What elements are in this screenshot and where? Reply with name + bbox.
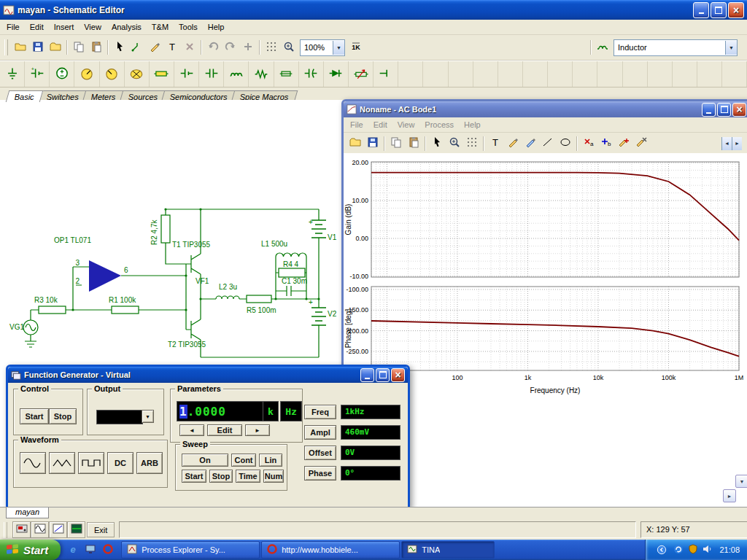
close-button[interactable] [732,103,746,117]
menu-insert[interactable]: Insert [49,21,80,33]
hide-icons-chevron-icon[interactable] [654,542,669,557]
maximize-button[interactable] [711,2,727,18]
grid-button[interactable] [463,135,481,152]
palette-inductor[interactable] [224,61,249,87]
coil-button[interactable] [594,39,611,56]
task-button-2[interactable]: http://www.hobbiele... [261,541,400,559]
cursor-button[interactable] [428,135,446,152]
quicklaunch-ie-button[interactable]: e [66,542,80,557]
scroll-right-icon[interactable]: ► [723,489,736,502]
quicklaunch-opera-button[interactable] [101,542,115,557]
sweep-on-button[interactable]: On [182,454,228,467]
menu-edit[interactable]: Edit [25,21,49,33]
minimize-button[interactable] [360,368,374,382]
paste-button[interactable] [405,135,422,152]
tray-shield-icon[interactable] [687,543,699,556]
cursor-button[interactable] [111,39,128,56]
waveform-square-button[interactable] [78,452,104,474]
palette-fuse[interactable] [274,61,299,87]
menu-analysis[interactable]: Analysis [107,21,147,33]
menu-view[interactable]: View [392,119,420,131]
increment-button[interactable]: ► [245,424,270,436]
palette-pin[interactable] [374,61,398,87]
minimize-button[interactable] [702,103,716,117]
menu-file[interactable]: File [345,119,368,131]
toolbar-grip[interactable] [4,522,7,538]
menu-file[interactable]: File [1,21,25,33]
wire-button[interactable] [128,39,146,56]
palette-cell[interactable] [174,61,199,87]
start-button[interactable]: Start [20,408,49,424]
waveform-dc-button[interactable]: DC [107,452,133,474]
palette-zigzag[interactable] [249,61,274,87]
spin-right-icon[interactable]: ► [732,137,742,150]
text-button[interactable]: T [163,39,181,56]
plus-button[interactable] [239,39,257,56]
edit-button[interactable]: Edit [207,424,242,436]
close-button[interactable] [728,2,744,18]
maximize-button[interactable] [376,368,390,382]
folder-button[interactable] [347,135,364,152]
delete-button[interactable] [181,39,198,56]
offset-button[interactable]: Offset [304,446,336,460]
line-button[interactable] [539,135,557,152]
palette-meter2[interactable] [100,61,125,87]
text-button[interactable]: T [487,135,504,152]
palette-cappol[interactable] [299,61,324,87]
save-button[interactable] [364,135,382,152]
bode-titlebar[interactable]: Noname - AC Bode1 [344,101,747,117]
spin-left-icon[interactable]: ◄ [721,137,732,150]
ellipse-button[interactable] [557,135,574,152]
waveform-triangle-button[interactable] [49,452,75,474]
tray-volume-icon[interactable] [702,543,713,556]
zoom-in-button[interactable] [280,39,298,56]
chevron-down-icon[interactable]: ▼ [333,41,344,55]
pen-plus-button[interactable] [615,135,632,152]
palette-resistor[interactable] [150,61,174,87]
menu-tools[interactable]: Tools [174,21,203,33]
pen-button[interactable] [504,135,522,152]
scale-button[interactable]: 1K [347,39,365,56]
palette-lamp[interactable] [125,61,150,87]
start-button[interactable]: Start [0,540,61,560]
menu-process[interactable]: Process [419,119,459,131]
main-titlebar[interactable]: mayan - Schematic Editor [0,0,747,20]
tab-basic[interactable]: Basic [6,90,43,102]
marker-b-button[interactable]: b [597,135,615,152]
fg-titlebar[interactable]: Function Generator - Virtual [8,367,408,383]
task-button-1[interactable]: Process Explorer - Sy... [121,541,260,559]
toolbar-grip[interactable] [4,39,8,55]
meter-tool-button[interactable] [12,521,31,538]
pen-x-button[interactable] [632,135,650,152]
chevron-down-icon[interactable]: ▼ [725,41,737,55]
task-button-3[interactable]: TINA [401,541,495,559]
component-combo[interactable]: Inductor ▼ [614,39,738,56]
waveform-arb-button[interactable]: ARB [136,452,163,474]
copy-button[interactable] [70,39,88,56]
freq-button[interactable]: Freq [304,405,336,419]
exit-button[interactable]: Exit [87,522,115,537]
folder-button[interactable] [47,39,64,56]
paste-button[interactable] [88,39,105,56]
zoom-in-button[interactable] [446,135,463,152]
output-dropdown-button[interactable]: ▼ [142,410,154,423]
copy-button[interactable] [387,135,405,152]
sweep-cont-button[interactable]: Cont [231,454,256,467]
xy-tool-button[interactable] [49,521,67,538]
scroll-down-icon[interactable]: ▼ [735,475,747,488]
palette-diode[interactable] [324,61,349,87]
palette-ground[interactable] [0,61,25,87]
ampl-button[interactable]: Ampl [304,425,336,440]
wave-tool-button[interactable] [31,521,49,538]
palette-battery[interactable]: + [25,61,50,87]
sweep-start-button[interactable]: Start [182,470,206,483]
grid-button[interactable] [263,39,280,56]
sweep-time-button[interactable]: Time [236,470,260,483]
palette-vsource[interactable] [50,61,74,87]
menu-help[interactable]: Help [459,119,486,131]
maximize-button[interactable] [717,103,731,117]
zoom-combo[interactable]: 100% ▼ [300,39,345,56]
menu-edit[interactable]: Edit [368,119,392,131]
tray-updates-icon[interactable] [673,543,684,556]
sweep-num-button[interactable]: Num [263,470,284,483]
